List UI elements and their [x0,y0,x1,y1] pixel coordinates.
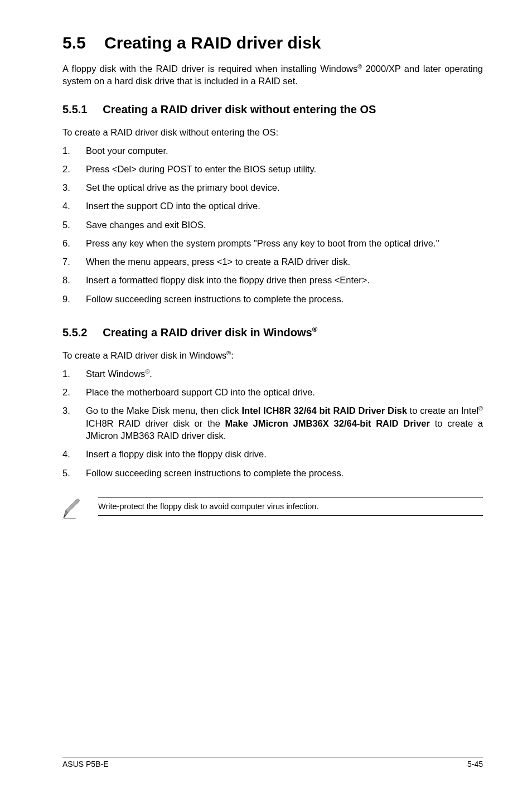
subsection-number: 5.5.2 [62,326,87,339]
page-footer: ASUS P5B-E 5-45 [62,757,483,769]
item-text: ICH8R RAID driver disk or the [86,418,225,428]
bold-text: Intel ICH8R 32/64 bit RAID Driver Disk [241,405,407,416]
list-item: Follow succeeding screen instructions to… [62,467,483,479]
divider [62,757,483,757]
list-item: Place the motherboard support CD into th… [62,386,483,398]
lead-paragraph-1: To create a RAID driver disk without ent… [62,127,483,138]
list-item: Insert a floppy disk into the floppy dis… [62,448,483,460]
list-item: Go to the Make Disk menu, then click Int… [62,404,483,442]
footer-right: 5-45 [467,760,483,769]
lead-text-end: : [231,350,234,360]
footer-row: ASUS P5B-E 5-45 [62,760,483,769]
list-item: Boot your computer. [62,144,483,157]
list-item: Press <Del> during POST to enter the BIO… [62,163,483,175]
lead-text: To create a RAID driver disk in Windows [62,350,226,360]
list-item: Follow succeeding screen instructions to… [62,293,483,305]
note-text: Write-protect the floppy disk to avoid c… [98,497,483,515]
subsection-title: Creating a RAID driver disk without ente… [103,103,376,115]
heading-number: 5.5 [62,33,86,52]
list-item: Press any key when the system prompts "P… [62,237,483,249]
list-item: Set the optical drive as the primary boo… [62,181,483,194]
bold-text: Make JMicron JMB36X 32/64-bit RAID Drive… [225,418,430,428]
steps-list-2: Start Windows®. Place the motherboard su… [62,368,483,479]
subsection-heading-1: 5.5.1 Creating a RAID driver disk withou… [62,103,483,116]
pencil-icon [60,497,85,521]
intro-paragraph: A floppy disk with the RAID driver is re… [62,62,483,88]
registered-mark: ® [357,63,362,70]
note-callout: Write-protect the floppy disk to avoid c… [60,497,483,521]
footer-left: ASUS P5B-E [62,760,108,769]
intro-text-1: A floppy disk with the RAID driver is re… [62,64,357,74]
section-heading: 5.5 Creating a RAID driver disk [62,33,483,52]
list-item: Start Windows®. [62,368,483,380]
list-item: Insert the support CD into the optical d… [62,200,483,212]
subsection-title: Creating a RAID driver disk in Windows [103,326,312,339]
registered-mark: ® [312,325,318,334]
lead-paragraph-2: To create a RAID driver disk in Windows®… [62,350,483,361]
item-text-end: . [149,369,152,379]
subsection-heading-2: 5.5.2 Creating a RAID driver disk in Win… [62,326,483,339]
list-item: Insert a formatted floppy disk into the … [62,274,483,286]
item-text: Start Windows [86,369,145,379]
divider [98,515,483,516]
item-text: Go to the Make Disk menu, then click [86,405,241,416]
steps-list-1: Boot your computer. Press <Del> during P… [62,144,483,305]
subsection-number: 5.5.1 [62,103,87,115]
heading-title: Creating a RAID driver disk [104,33,321,52]
item-text: to create an Intel [407,405,478,416]
registered-mark: ® [478,405,483,412]
list-item: When the menu appears, press <1> to crea… [62,255,483,268]
note-text-container: Write-protect the floppy disk to avoid c… [98,497,483,516]
list-item: Save changes and exit BIOS. [62,219,483,231]
